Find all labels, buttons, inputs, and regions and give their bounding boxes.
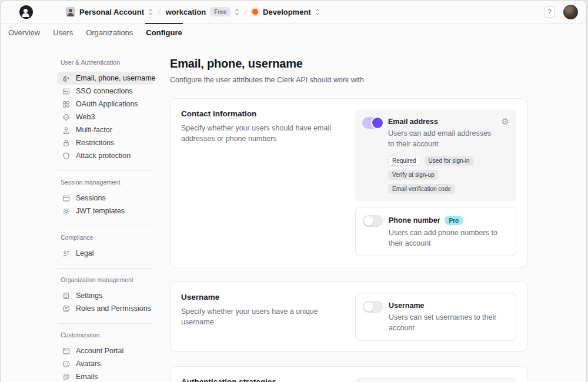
content-area: User & Authentication Email, phone, user… xyxy=(1,42,586,382)
sidebar-item-org-settings[interactable]: Settings xyxy=(57,289,153,302)
tab-organizations[interactable]: Organizations xyxy=(85,24,133,42)
user-avatar[interactable] xyxy=(563,5,578,19)
sidebar-divider xyxy=(58,323,152,324)
sidebar-item-label: Settings xyxy=(76,291,102,300)
sidebar: User & Authentication Email, phone, user… xyxy=(59,57,153,382)
sidebar-item-label: JWT templates xyxy=(76,207,125,215)
sidebar-item-label: Roles and Permissions xyxy=(76,304,151,313)
breadcrumb: Personal Account / workcation Free / Dev… xyxy=(66,7,320,16)
plan-badge: Free xyxy=(210,7,230,16)
shield-icon xyxy=(62,152,71,160)
setting-title: Username xyxy=(389,301,424,310)
app-window: Personal Account / workcation Free / Dev… xyxy=(0,0,587,382)
avatar-icon xyxy=(62,360,71,368)
web3-icon xyxy=(62,113,71,122)
page-subtitle: Configure the user attributes the Clerk … xyxy=(170,76,527,84)
email-address-toggle[interactable] xyxy=(362,117,382,129)
sidebar-divider xyxy=(58,226,152,226)
card-description: Specify whether your users have a unique… xyxy=(181,306,343,327)
badge-required: Required xyxy=(388,156,420,166)
sso-connections-icon xyxy=(62,87,71,96)
help-icon: ? xyxy=(547,8,551,15)
setting-title: Phone number xyxy=(389,216,440,224)
username-row: Username Users can set usernames to thei… xyxy=(355,293,516,341)
sidebar-item-label: Avatars xyxy=(76,360,101,368)
authentication-strategies-summary: Authentication strategies Select the aut… xyxy=(181,377,343,382)
contact-information-card: Contact information Specify whether your… xyxy=(170,98,527,267)
oauth-applications-icon xyxy=(62,100,71,109)
sidebar-item-jwt-templates[interactable]: JWT templates xyxy=(57,205,153,217)
sidebar-divider xyxy=(58,268,152,269)
chevron-updown-icon xyxy=(148,8,153,16)
breadcrumb-separator: / xyxy=(244,8,248,16)
sidebar-item-sso-connections[interactable]: SSO connections xyxy=(57,85,153,98)
tab-configure[interactable]: Configure xyxy=(145,24,182,42)
gear-icon xyxy=(62,207,71,216)
browser-icon xyxy=(62,347,71,356)
sidebar-item-web3[interactable]: Web3 xyxy=(57,110,153,123)
contact-information-settings: Email address Users can add email addres… xyxy=(355,109,516,256)
badge-used-for-sign-in: Used for sign-in xyxy=(425,156,474,166)
sidebar-item-label: Account Portal xyxy=(76,347,123,355)
help-button[interactable]: ? xyxy=(544,6,555,18)
sidebar-section-title: Customization xyxy=(61,331,153,339)
username-card: Username Specify whether your users have… xyxy=(170,282,527,352)
sidebar-item-sessions[interactable]: Sessions xyxy=(57,192,153,205)
fingerprint-icon xyxy=(62,74,71,83)
sidebar-item-restrictions[interactable]: Restrictions xyxy=(57,136,153,149)
sidebar-item-attack-protection[interactable]: Attack protection xyxy=(57,149,153,162)
setting-title: Email address xyxy=(388,118,438,126)
main-panel: Email, phone, username Configure the use… xyxy=(170,57,527,382)
breadcrumb-instance-switcher[interactable]: Development xyxy=(252,8,320,16)
contact-information-summary: Contact information Specify whether your… xyxy=(181,109,343,256)
sidebar-item-roles-permissions[interactable]: Roles and Permissions xyxy=(57,302,153,315)
sidebar-item-label: OAuth Applications xyxy=(76,100,138,108)
setting-description: Users can add phone numbers to their acc… xyxy=(389,228,509,249)
breadcrumb-account-switcher[interactable]: Personal Account xyxy=(66,7,153,16)
sidebar-item-emails[interactable]: @ Emails xyxy=(57,370,153,382)
sidebar-item-label: Email, phone, username xyxy=(76,74,156,82)
building-icon xyxy=(62,291,71,300)
sidebar-item-multi-factor[interactable]: Multi-factor xyxy=(57,123,153,136)
account-label: Personal Account xyxy=(79,8,144,16)
sidebar-item-legal[interactable]: Legal xyxy=(57,247,153,260)
legal-icon xyxy=(62,249,71,258)
username-setting: Username Users can set usernames to thei… xyxy=(363,300,509,333)
setting-description: Users can add email addresses to their a… xyxy=(388,129,496,149)
phone-number-toggle[interactable] xyxy=(363,215,383,227)
username-text: Username Users can set usernames to thei… xyxy=(389,300,509,333)
phone-number-setting: Phone number Pro Users can add phone num… xyxy=(363,215,509,249)
authentication-strategies-settings: Password Users can sign in with a passwo… xyxy=(355,377,516,382)
sidebar-item-label: Attack protection xyxy=(76,152,131,160)
toggle-knob xyxy=(364,216,373,226)
sidebar-item-label: Web3 xyxy=(76,113,95,121)
sidebar-section-title: User & Authentication xyxy=(61,59,153,66)
breadcrumb-app-switcher[interactable]: workcation Free xyxy=(166,7,240,16)
chevron-updown-icon xyxy=(315,8,320,16)
development-dot-icon xyxy=(252,9,258,15)
phone-number-text: Phone number Pro Users can add phone num… xyxy=(389,215,509,249)
tab-bar: Overview Users Organizations Configure xyxy=(1,24,586,42)
sidebar-item-label: Multi-factor xyxy=(76,126,112,134)
username-toggle[interactable] xyxy=(363,301,383,313)
tab-users[interactable]: Users xyxy=(52,24,74,42)
sidebar-item-label: Emails xyxy=(76,373,98,381)
toggle-knob xyxy=(372,118,383,128)
tab-overview[interactable]: Overview xyxy=(8,24,41,42)
sidebar-item-avatars[interactable]: Avatars xyxy=(57,357,153,370)
setting-description: Users can set usernames to their account xyxy=(389,313,509,333)
sidebar-section-title: Compliance xyxy=(61,234,153,241)
app-label: workcation xyxy=(166,8,206,16)
username-summary: Username Specify whether your users have… xyxy=(181,293,343,341)
multi-factor-icon xyxy=(62,126,71,135)
gear-icon[interactable]: ⚙ xyxy=(502,117,509,194)
sidebar-item-email-phone-username[interactable]: Email, phone, username xyxy=(57,72,153,85)
roles-icon xyxy=(62,304,71,313)
sidebar-item-account-portal[interactable]: Account Portal xyxy=(57,344,153,357)
email-badges: Required Used for sign-in Verify at sign… xyxy=(388,156,496,194)
card-title: Authentication strategies xyxy=(181,377,343,382)
card-title: Contact information xyxy=(181,109,343,118)
email-address-setting: Email address Users can add email addres… xyxy=(362,116,509,194)
lock-icon xyxy=(62,139,71,148)
sidebar-item-oauth-applications[interactable]: OAuth Applications xyxy=(57,98,153,110)
